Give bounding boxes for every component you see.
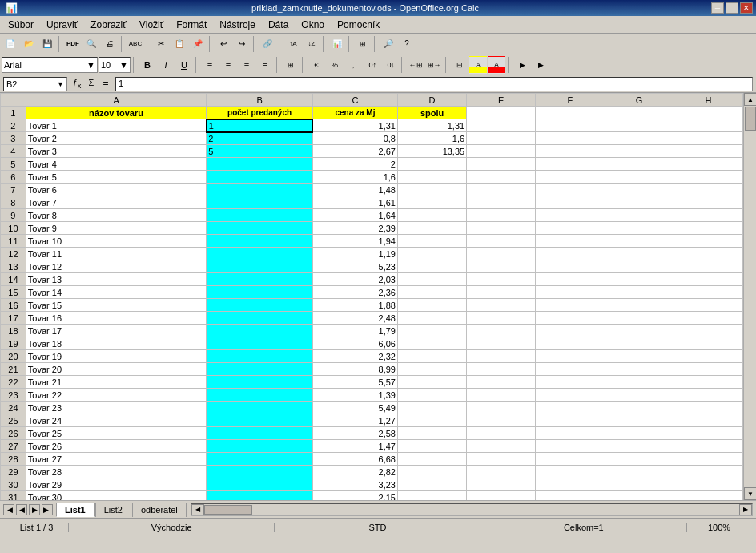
cell-c25[interactable]: 1,27 [312,414,397,427]
cell-d21[interactable] [397,363,466,376]
cell-a6[interactable]: Tovar 5 [26,171,206,184]
cell-b27[interactable] [207,440,313,453]
font-name-box[interactable]: Arial ▼ [2,57,98,73]
cell-b9[interactable] [207,209,313,222]
cell-b14[interactable] [207,273,313,286]
cell-e10[interactable] [467,222,536,235]
formula-fx-icon[interactable]: ƒx [70,78,83,91]
cell-b8[interactable] [207,196,313,209]
cell-a31[interactable]: Tovar 30 [26,491,206,501]
bg-color-button[interactable]: A [469,56,487,74]
cell-a1[interactable]: názov tovaru [26,107,206,119]
underline-button[interactable]: U [175,56,193,74]
cell-d8[interactable] [397,196,466,209]
cell-c19[interactable]: 6,06 [312,337,397,350]
cell-c31[interactable]: 2,15 [312,491,397,501]
cell-g17[interactable] [605,312,674,325]
cell-b16[interactable] [207,299,313,312]
cell-c27[interactable]: 1,47 [312,440,397,453]
cell-g19[interactable] [605,337,674,350]
cell-g26[interactable] [605,427,674,440]
cell-h16[interactable] [674,299,742,312]
cell-f29[interactable] [536,466,605,478]
cell-f31[interactable] [536,491,605,501]
cell-e15[interactable] [467,286,536,299]
tab-odberatel[interactable]: odberatel [132,503,187,517]
cell-e24[interactable] [467,402,536,414]
cell-f3[interactable] [536,132,605,145]
cell-b4[interactable]: 5 [207,145,313,158]
cell-h23[interactable] [674,389,742,402]
cell-a24[interactable]: Tovar 23 [26,402,206,414]
cell-c6[interactable]: 1,6 [312,171,397,184]
cell-h1[interactable] [674,107,742,119]
tab-list2[interactable]: List2 [95,503,131,517]
cell-b29[interactable] [207,466,313,478]
cell-d20[interactable] [397,350,466,363]
cell-b3[interactable]: 2 [207,132,313,145]
cell-e11[interactable] [467,235,536,248]
cell-f23[interactable] [536,389,605,402]
cell-c15[interactable]: 2,36 [312,286,397,299]
cell-e6[interactable] [467,171,536,184]
cell-g28[interactable] [605,453,674,466]
cell-e25[interactable] [467,414,536,427]
vertical-scrollbar[interactable]: ▲ ▼ [743,93,756,500]
bold-button[interactable]: B [139,56,156,74]
font-size-box[interactable]: 10 ▼ [99,57,131,73]
cell-e30[interactable] [467,478,536,491]
justify-button[interactable]: ≡ [256,56,274,74]
cell-c26[interactable]: 2,58 [312,427,397,440]
cell-f27[interactable] [536,440,605,453]
cell-b20[interactable] [207,350,313,363]
cell-d31[interactable] [397,491,466,501]
cell-c11[interactable]: 1,94 [312,235,397,248]
cell-a16[interactable]: Tovar 15 [26,299,206,312]
cell-e1[interactable] [467,107,536,119]
cell-b15[interactable] [207,286,313,299]
cell-b26[interactable] [207,427,313,440]
cell-h27[interactable] [674,440,742,453]
menu-format[interactable]: Formát [170,18,213,32]
cell-d27[interactable] [397,440,466,453]
cell-h26[interactable] [674,427,742,440]
cell-g3[interactable] [605,132,674,145]
cell-b2[interactable]: 1 [207,119,313,132]
col-header-g[interactable]: G [605,94,674,107]
cell-g27[interactable] [605,440,674,453]
cell-h2[interactable] [674,119,742,132]
print-preview-button[interactable]: 🔍 [82,35,100,53]
cell-g8[interactable] [605,196,674,209]
cell-g25[interactable] [605,414,674,427]
merge-cells-button[interactable]: ⊞ [282,56,300,74]
scroll-thumb[interactable] [745,107,756,131]
cell-h19[interactable] [674,337,742,350]
cell-d11[interactable] [397,235,466,248]
cell-e2[interactable] [467,119,536,132]
cell-f25[interactable] [536,414,605,427]
print-button[interactable]: 🖨 [101,35,119,53]
menu-view[interactable]: Zobraziť [84,18,133,32]
cell-b21[interactable] [207,363,313,376]
cell-h21[interactable] [674,363,742,376]
col-header-f[interactable]: F [536,94,605,107]
cell-b19[interactable] [207,337,313,350]
cell-b10[interactable] [207,222,313,235]
cell-d13[interactable] [397,260,466,273]
align-center-button[interactable]: ≡ [219,56,237,74]
extra-btn-1[interactable]: ▶ [513,56,531,74]
cell-b31[interactable] [207,491,313,501]
cell-f21[interactable] [536,363,605,376]
cell-f26[interactable] [536,427,605,440]
cell-b30[interactable] [207,478,313,491]
cell-a7[interactable]: Tovar 6 [26,184,206,196]
cell-g24[interactable] [605,402,674,414]
cell-e26[interactable] [467,427,536,440]
tab-next-button[interactable]: ▶ [29,504,40,515]
cell-b1[interactable]: počet predaných [207,107,313,119]
cell-d15[interactable] [397,286,466,299]
cell-h5[interactable] [674,158,742,171]
cell-c22[interactable]: 5,57 [312,376,397,389]
tab-last-button[interactable]: ▶| [42,504,53,515]
cell-g29[interactable] [605,466,674,478]
